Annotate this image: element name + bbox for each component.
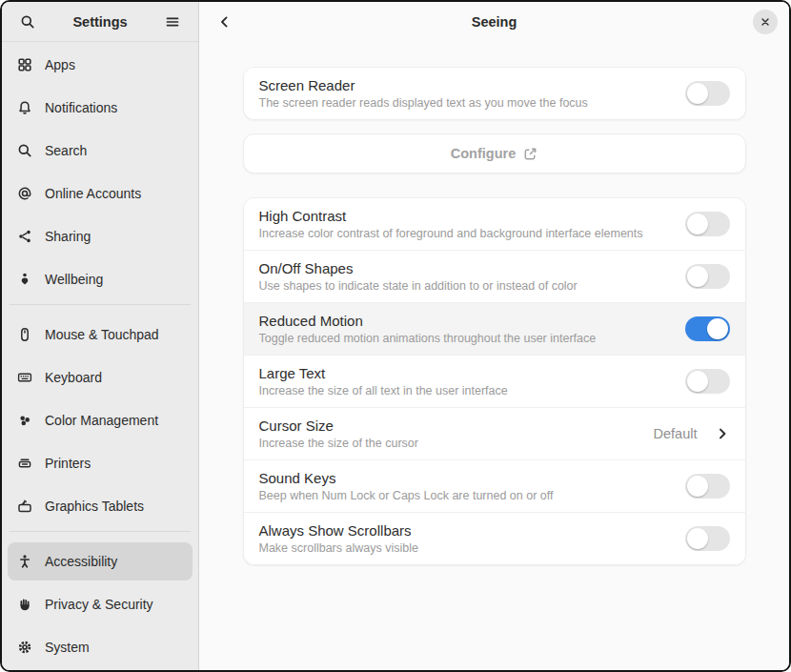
bell-icon xyxy=(17,100,32,115)
hamburger-menu-icon xyxy=(165,14,180,30)
reduced-motion-row[interactable]: Reduced Motion Toggle reduced motion ani… xyxy=(244,302,745,355)
sidebar-item-wellbeing[interactable]: Wellbeing xyxy=(8,260,193,298)
app-title: Settings xyxy=(72,14,127,30)
sidebar: Settings Apps Notifications xyxy=(2,2,199,670)
sidebar-item-mouse-touchpad[interactable]: Mouse & Touchpad xyxy=(8,316,193,354)
sidebar-divider xyxy=(10,531,191,532)
row-title: On/Off Shapes xyxy=(259,258,670,278)
toggle-knob xyxy=(687,83,708,104)
sidebar-item-search[interactable]: Search xyxy=(8,132,193,170)
sidebar-item-online-accounts[interactable]: Online Accounts xyxy=(8,174,193,213)
sidebar-item-label: Accessibility xyxy=(45,554,117,569)
screen-reader-row[interactable]: Screen Reader The screen reader reads di… xyxy=(244,68,745,119)
configure-button[interactable]: Configure xyxy=(243,133,746,173)
sidebar-item-label: Keyboard xyxy=(45,370,102,385)
sidebar-item-label: Color Management xyxy=(45,413,158,428)
sound-keys-toggle[interactable] xyxy=(685,474,730,499)
panel-header: Seeing xyxy=(199,2,789,42)
graphics-tablet-icon xyxy=(17,499,32,514)
toggle-knob xyxy=(687,371,708,392)
row-subtitle: Increase the size of the cursor xyxy=(259,436,639,452)
seeing-options-card: High Contrast Increase color contrast of… xyxy=(243,197,746,565)
sidebar-item-sharing[interactable]: Sharing xyxy=(8,217,193,255)
row-subtitle: The screen reader reads displayed text a… xyxy=(259,95,670,112)
on-off-shapes-row[interactable]: On/Off Shapes Use shapes to indicate sta… xyxy=(244,250,745,302)
close-button[interactable] xyxy=(753,10,778,34)
large-text-row[interactable]: Large Text Increase the size of all text… xyxy=(244,355,745,407)
settings-window: Settings Apps Notifications xyxy=(0,0,791,672)
toggle-knob xyxy=(687,528,708,549)
sidebar-item-apps[interactable]: Apps xyxy=(8,46,193,84)
large-text-toggle[interactable] xyxy=(685,369,730,394)
sidebar-item-keyboard[interactable]: Keyboard xyxy=(8,358,193,397)
high-contrast-row[interactable]: High Contrast Increase color contrast of… xyxy=(244,198,745,250)
row-title: Cursor Size xyxy=(259,416,639,436)
cursor-size-value: Default xyxy=(654,426,698,441)
sidebar-nav: Apps Notifications Search Online Account… xyxy=(2,42,198,670)
cursor-size-row[interactable]: Cursor Size Increase the size of the cur… xyxy=(244,407,745,459)
sidebar-item-label: Apps xyxy=(45,57,75,72)
configure-label: Configure xyxy=(451,146,516,161)
always-show-scrollbars-row[interactable]: Always Show Scrollbars Make scrollbars a… xyxy=(244,512,745,564)
sidebar-item-label: Search xyxy=(45,143,87,158)
sidebar-item-label: Sharing xyxy=(45,229,91,244)
row-title: Sound Keys xyxy=(259,468,670,488)
row-title: Screen Reader xyxy=(259,75,670,95)
row-subtitle: Increase the size of all text in the use… xyxy=(259,383,670,399)
screen-reader-toggle[interactable] xyxy=(685,81,730,106)
accessibility-person-icon xyxy=(17,554,32,569)
sidebar-item-printers[interactable]: Printers xyxy=(8,444,193,482)
row-subtitle: Use shapes to indicate state in addition… xyxy=(259,278,670,295)
sidebar-item-accessibility[interactable]: Accessibility xyxy=(8,542,193,580)
row-subtitle: Beep when Num Lock or Caps Lock are turn… xyxy=(259,488,670,504)
hand-icon xyxy=(17,597,32,612)
gear-icon xyxy=(17,640,32,655)
row-title: Reduced Motion xyxy=(259,311,670,331)
toggle-knob xyxy=(687,214,708,234)
sidebar-item-system[interactable]: System xyxy=(8,628,193,666)
sidebar-item-label: Notifications xyxy=(45,100,117,115)
sidebar-item-label: Printers xyxy=(45,456,91,471)
apps-grid-icon xyxy=(17,57,32,72)
at-sign-icon xyxy=(17,186,32,201)
printer-icon xyxy=(17,456,32,471)
sidebar-item-label: System xyxy=(45,640,90,655)
row-title: High Contrast xyxy=(259,206,670,226)
row-title: Large Text xyxy=(259,363,670,383)
sidebar-item-notifications[interactable]: Notifications xyxy=(8,89,193,127)
seeing-panel: Seeing Screen Reader The screen reader r… xyxy=(199,2,789,670)
on-off-shapes-toggle[interactable] xyxy=(685,264,730,289)
row-title: Always Show Scrollbars xyxy=(259,520,670,540)
external-link-icon xyxy=(523,147,537,161)
keyboard-icon xyxy=(17,370,32,385)
main-menu-button[interactable] xyxy=(158,8,187,36)
high-contrast-toggle[interactable] xyxy=(685,212,730,236)
chevron-left-icon xyxy=(217,14,233,30)
reduced-motion-toggle[interactable] xyxy=(685,316,730,341)
sidebar-item-label: Graphics Tablets xyxy=(45,499,144,514)
sound-keys-row[interactable]: Sound Keys Beep when Num Lock or Caps Lo… xyxy=(244,459,745,512)
sidebar-item-graphics-tablets[interactable]: Graphics Tablets xyxy=(8,487,193,525)
wellbeing-icon xyxy=(17,272,32,287)
panel-content: Screen Reader The screen reader reads di… xyxy=(243,67,746,565)
sidebar-item-color-management[interactable]: Color Management xyxy=(8,401,193,439)
sidebar-item-privacy-security[interactable]: Privacy & Security xyxy=(8,585,193,623)
share-icon xyxy=(17,229,32,244)
search-button[interactable] xyxy=(13,8,42,36)
always-show-scrollbars-toggle[interactable] xyxy=(685,526,730,551)
toggle-knob xyxy=(707,318,728,339)
search-icon xyxy=(17,143,32,158)
toggle-knob xyxy=(687,266,708,287)
sidebar-item-label: Wellbeing xyxy=(45,272,103,287)
color-circles-icon xyxy=(17,413,32,428)
sidebar-item-label: Online Accounts xyxy=(45,186,141,201)
screen-reader-card: Screen Reader The screen reader reads di… xyxy=(243,67,746,120)
sidebar-item-label: Privacy & Security xyxy=(45,597,153,612)
back-button[interactable] xyxy=(211,8,239,36)
mouse-icon xyxy=(17,327,32,342)
sidebar-header: Settings xyxy=(2,2,198,42)
row-subtitle: Make scrollbars always visible xyxy=(259,540,670,557)
sidebar-item-label: Mouse & Touchpad xyxy=(45,327,159,342)
close-icon xyxy=(759,15,772,29)
chevron-right-icon xyxy=(715,426,730,441)
